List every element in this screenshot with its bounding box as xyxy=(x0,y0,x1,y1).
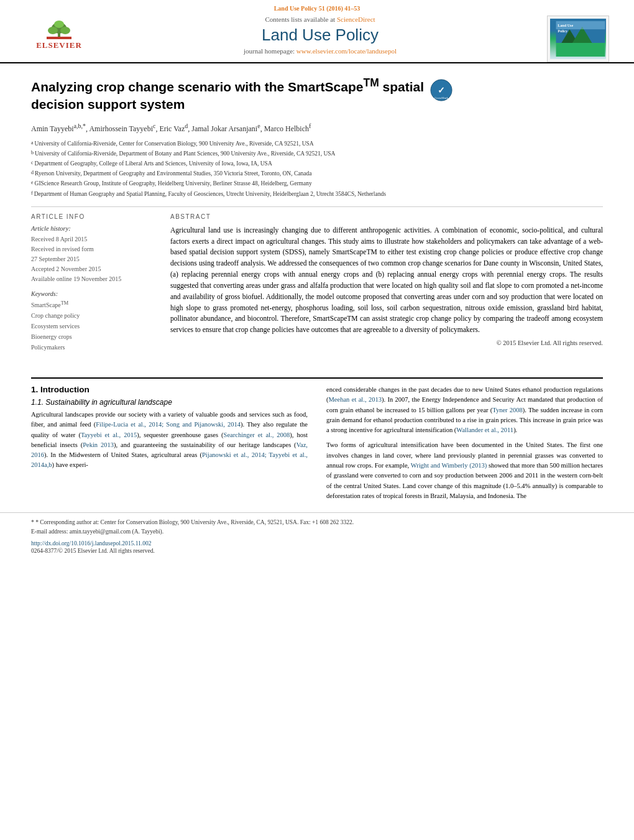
journal-header: Land Use Policy 51 (2016) 41–53 ELSEVIER xyxy=(0,0,634,63)
ref-tayyebi-2015[interactable]: Tayyebi et al., 2015 xyxy=(81,432,137,438)
journal-cover-image: Land Use Policy xyxy=(547,16,609,62)
ref-pekin[interactable]: Pekin 2013 xyxy=(83,441,114,448)
history-accepted: Accepted 2 November 2015 xyxy=(31,264,155,274)
sciencedirect-link[interactable]: ScienceDirect xyxy=(337,16,375,23)
svg-text:CrossMark: CrossMark xyxy=(434,96,449,99)
ref-filipe-lucia[interactable]: Filipe-Lucia et al., 2014; Song and Pija… xyxy=(96,421,241,428)
footnote-2-text: E-mail address: amin.tayyebi@gmail.com (… xyxy=(31,528,163,535)
svg-point-3 xyxy=(60,27,70,34)
volume-label: Land Use Policy 51 (2016) 41–53 xyxy=(25,5,609,12)
affil-super-b: b xyxy=(31,149,34,159)
affil-d: d Ryerson University, Department of Geog… xyxy=(31,169,603,178)
page: Land Use Policy 51 (2016) 41–53 ELSEVIER xyxy=(0,0,634,840)
copyright-line: © 2015 Elsevier Ltd. All rights reserved… xyxy=(170,339,603,346)
homepage-link[interactable]: www.elsevier.com/locate/landusepol xyxy=(296,47,397,55)
subsection-1-heading: 1.1. Sustainability in agricultural land… xyxy=(31,398,308,407)
affil-text-f: Department of Human Geography and Spatia… xyxy=(34,190,386,199)
affil-a: a University of California-Riverside, Ce… xyxy=(31,139,603,149)
keywords-block: Keywords: SmartScapeTM Crop change polic… xyxy=(31,290,155,353)
ref-wright[interactable]: Wright and Wimberly (2013) xyxy=(411,462,487,469)
history-received: Received 8 April 2015 xyxy=(31,234,155,244)
svg-text:Policy: Policy xyxy=(558,29,567,33)
keyword-2: Crop change policy xyxy=(31,310,155,321)
journal-title-header: Land Use Policy xyxy=(106,25,535,45)
crossmark-icon: ✓ CrossMark xyxy=(430,79,453,101)
footer-doi-line: http://dx.doi.org/10.1016/j.landusepol.2… xyxy=(31,540,603,547)
keywords-list: SmartScapeTM Crop change policy Ecosyste… xyxy=(31,299,155,353)
header-top: ELSEVIER Contents lists available at Sci… xyxy=(25,16,609,62)
keyword-3: Ecosystem services xyxy=(31,321,155,331)
history-revised-date: 27 September 2015 xyxy=(31,254,155,264)
journal-homepage-line: journal homepage: www.elsevier.com/locat… xyxy=(106,47,535,55)
affil-text-c: Department of Geography, College of Libe… xyxy=(35,159,272,168)
svg-rect-7 xyxy=(556,43,605,57)
abstract-label: ABSTRACT xyxy=(170,213,603,220)
authors-line: Amin Tayyebia,b,*, Amirhossein Tayyebic,… xyxy=(31,121,603,134)
body-divider xyxy=(31,377,603,379)
affil-super-f: f xyxy=(31,190,33,199)
doi-link[interactable]: http://dx.doi.org/10.1016/j.landusepol.2… xyxy=(31,540,151,547)
svg-point-2 xyxy=(48,27,58,34)
affil-super-a: a xyxy=(31,139,34,149)
affil-text-e: GIScience Research Group, Institute of G… xyxy=(35,179,312,188)
svg-rect-5 xyxy=(47,37,71,39)
page-footer: * * Corresponding author at: Center for … xyxy=(0,512,634,560)
ref-tyner[interactable]: Tyner 2008 xyxy=(492,407,523,413)
abstract-col: ABSTRACT Agricultural land use is increa… xyxy=(170,213,603,359)
history-revised-label: Received in revised form xyxy=(31,244,155,254)
affil-c: c Department of Geography, College of Li… xyxy=(31,159,603,168)
sciencedirect-line: Contents lists available at ScienceDirec… xyxy=(106,16,535,23)
svg-text:✓: ✓ xyxy=(438,86,445,95)
body-right-para-1: enced considerable changes in the past d… xyxy=(326,385,603,435)
elsevier-tree-icon xyxy=(40,16,78,39)
footnote-asterisk: * xyxy=(31,519,34,525)
affiliations-block: a University of California-Riverside, Ce… xyxy=(31,139,603,199)
article-info-col: ARTICLE INFO Article history: Received 8… xyxy=(31,213,155,359)
abstract-paragraph: Agricultural land use is increasingly ch… xyxy=(170,225,603,336)
affil-f: f Department of Human Geography and Spat… xyxy=(31,190,603,199)
history-block: Article history: Received 8 April 2015 R… xyxy=(31,225,155,284)
affil-super-e: e xyxy=(31,179,34,188)
author-tayyebi: Amin Tayyebia,b,*, Amirhossein Tayyebic,… xyxy=(31,124,311,133)
affil-e: e GIScience Research Group, Institute of… xyxy=(31,179,603,188)
svg-text:Land Use: Land Use xyxy=(558,24,573,27)
keyword-5: Policymakers xyxy=(31,342,155,353)
svg-point-4 xyxy=(54,21,64,28)
keyword-1: SmartScapeTM xyxy=(31,299,155,310)
article-content: Analyzing crop change scenario with the … xyxy=(0,63,634,371)
article-info-abstract: ARTICLE INFO Article history: Received 8… xyxy=(31,213,603,359)
header-center: Contents lists available at ScienceDirec… xyxy=(93,16,547,55)
affil-b: b University of California-Riverside, De… xyxy=(31,149,603,159)
affil-text-b: University of California-Riverside, Depa… xyxy=(35,149,335,159)
article-title: Analyzing crop change scenario with the … xyxy=(31,76,424,114)
contents-text: Contents lists available at xyxy=(265,16,335,23)
body-columns: 1. Introduction 1.1. Sustainability in a… xyxy=(0,385,634,506)
affil-super-c: c xyxy=(31,159,34,168)
ref-pijanowski[interactable]: Pijanowski et al., 2014; Tayyebi et al.,… xyxy=(31,451,308,468)
keyword-4: Bioenergy crops xyxy=(31,331,155,342)
article-info-label: ARTICLE INFO xyxy=(31,213,155,220)
affil-text-a: University of California-Riverside, Cent… xyxy=(35,139,314,149)
body-left-para-1: Agricultural landscapes provide our soci… xyxy=(31,410,308,471)
body-left-col: 1. Introduction 1.1. Sustainability in a… xyxy=(31,385,308,506)
footer-issn: 0264-8377/© 2015 Elsevier Ltd. All right… xyxy=(31,547,603,556)
keywords-title: Keywords: xyxy=(31,290,155,297)
abstract-text: Agricultural land use is increasingly ch… xyxy=(170,225,603,336)
footnote-2: E-mail address: amin.tayyebi@gmail.com (… xyxy=(31,527,603,537)
ref-wallander[interactable]: Wallander et al., 2011 xyxy=(456,427,513,433)
crossmark-logo: ✓ CrossMark xyxy=(430,79,453,104)
affil-super-d: d xyxy=(31,169,34,178)
footnote-1: * * Corresponding author at: Center for … xyxy=(31,518,603,527)
body-right-para-2: Two forms of agricultural intensificatio… xyxy=(326,440,603,501)
elsevier-text: ELSEVIER xyxy=(36,40,82,50)
section-1-heading: 1. Introduction xyxy=(31,385,308,394)
journal-cover-svg: Land Use Policy xyxy=(553,21,609,57)
ref-meehan[interactable]: Meehan et al., 2013 xyxy=(329,396,382,403)
ref-searchinger[interactable]: Searchinger et al., 2008 xyxy=(224,432,290,438)
homepage-text: journal homepage: xyxy=(244,47,295,55)
divider-1 xyxy=(31,206,603,207)
history-title: Article history: xyxy=(31,225,155,232)
affil-text-d: Ryerson University, Department of Geogra… xyxy=(35,169,311,178)
journal-cover-inner: Land Use Policy xyxy=(550,19,606,59)
elsevier-logo: ELSEVIER xyxy=(25,16,93,53)
